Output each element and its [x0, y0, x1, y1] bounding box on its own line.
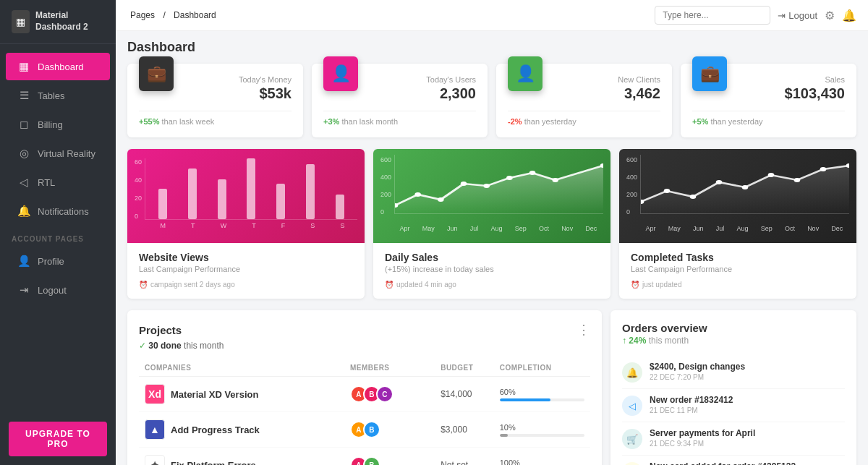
sidebar-item-profile[interactable]: 👤 Profile	[6, 247, 110, 275]
order-dot: 🛒	[622, 429, 642, 449]
order-date: 21 DEC 9:34 PM	[650, 440, 845, 448]
tables-icon: ☰	[17, 89, 30, 102]
orders-subtitle: ↑ 24% this month	[622, 336, 845, 346]
chart-subtitle-daily-sales: (+15%) increase in today sales	[385, 265, 599, 273]
stat-card-clients: 👤 New Clients 3,462 -2% than yesterday	[496, 64, 672, 137]
rtl-icon: ◁	[17, 176, 30, 189]
svg-point-7	[552, 178, 558, 182]
order-dot: 🔔	[622, 362, 642, 383]
stat-icon-sales: 💼	[692, 56, 727, 91]
notifications-icon: 🔔	[17, 205, 30, 218]
chart-card-website-views: 6040200 MTWTFSS	[127, 149, 365, 299]
stat-card-money: 💼 Today's Money $53k +55% than lask week	[127, 64, 303, 137]
col-companies: COMPANIES	[139, 359, 344, 377]
table-row: ✦ Fix Platform Errors ABNot set100%	[139, 448, 590, 466]
sidebar-label-profile: Profile	[38, 256, 64, 267]
stat-footer-text-clients: than yesterday	[524, 117, 576, 126]
chart-card-completed-tasks: 6004002000	[619, 149, 856, 299]
logout-button[interactable]: ⇥ Logout	[778, 10, 817, 21]
col-completion: COMPLETION	[494, 359, 590, 377]
stat-footer-text-sales: than yesterday	[710, 117, 762, 126]
account-section-label: ACCOUNT PAGES	[0, 226, 116, 246]
order-dot: ◁	[622, 396, 642, 416]
stat-footer-text-users: than lask month	[341, 117, 398, 126]
sidebar-label-logout: Logout	[38, 285, 67, 296]
sidebar-item-logout[interactable]: ⇥ Logout	[6, 276, 110, 304]
search-input[interactable]	[655, 6, 770, 25]
page-title: Dashboard	[127, 40, 856, 55]
order-date: 22 DEC 7:20 PM	[650, 373, 845, 381]
svg-point-4	[483, 184, 490, 188]
order-title: New order #1832412	[650, 395, 845, 405]
sidebar-label-notifications: Notifications	[38, 206, 89, 217]
logo-icon: ▦	[12, 10, 30, 33]
logout-icon: ⇥	[778, 10, 786, 21]
chart-card-daily-sales: 6004002000	[373, 149, 610, 299]
stat-change-clients: -2%	[508, 117, 522, 126]
sidebar-item-dashboard[interactable]: ▦ Dashboard	[6, 53, 110, 80]
profile-icon: 👤	[17, 255, 30, 268]
sidebar-item-rtl[interactable]: ◁ RTL	[6, 168, 110, 196]
stats-row: 💼 Today's Money $53k +55% than lask week…	[127, 64, 856, 137]
topbar: Pages / Dashboard ⇥ Logout ⚙ 🔔	[116, 0, 868, 31]
sidebar-label-dashboard: Dashboard	[38, 61, 84, 72]
order-item: 🔔 $2400, Design changes 22 DEC 7:20 PM	[622, 356, 845, 389]
chart-title-daily-sales: Daily Sales	[385, 252, 599, 263]
order-dot: 💳	[622, 462, 642, 465]
orders-title: Orders overview	[622, 322, 845, 334]
stat-change-users: +3%	[323, 117, 339, 126]
projects-subtitle: ✓ 30 done this month	[139, 341, 590, 351]
stat-icon-clients: 👤	[508, 56, 542, 91]
chart-time-website-views: ⏰campaign sent 2 days ago	[139, 281, 353, 289]
svg-point-15	[794, 178, 801, 182]
svg-point-1	[414, 192, 421, 197]
sidebar-label-billing: Billing	[38, 119, 63, 130]
chart-subtitle-website-views: Last Campaign Performance	[139, 265, 353, 273]
dashboard-icon: ▦	[17, 60, 30, 73]
svg-point-12	[716, 180, 723, 184]
logo-text: Material Dashboard 2	[35, 10, 104, 33]
svg-point-14	[768, 173, 775, 177]
svg-point-6	[529, 171, 536, 175]
order-item: 💳 New card added for order #4395133 20 D…	[622, 456, 845, 465]
chart-time-daily-sales: ⏰updated 4 min ago	[385, 281, 599, 289]
sidebar-item-billing[interactable]: ◻ Billing	[6, 111, 110, 138]
chart-title-completed-tasks: Completed Tasks	[631, 252, 845, 263]
vr-icon: ◎	[17, 147, 30, 160]
col-budget: BUDGET	[435, 359, 494, 377]
svg-point-10	[664, 189, 671, 193]
projects-title: Projects	[139, 324, 182, 336]
projects-card: Projects ⋮ ✓ 30 done this month COMPANIE…	[127, 310, 602, 465]
order-date: 21 DEC 11 PM	[650, 406, 845, 414]
table-row: ▲ Add Progress Track AB$3,00010%	[139, 412, 590, 448]
main-content: Pages / Dashboard ⇥ Logout ⚙ 🔔 Dashboard…	[116, 0, 868, 465]
stat-card-users: 👤 Today's Users 2,300 +3% than lask mont…	[312, 64, 488, 137]
stat-icon-users: 👤	[323, 56, 358, 91]
sidebar-item-vr[interactable]: ◎ Virtual Reality	[6, 140, 110, 167]
svg-point-3	[461, 182, 467, 186]
sidebar-item-tables[interactable]: ☰ Tables	[6, 82, 110, 109]
sidebar: ▦ Material Dashboard 2 ▦ Dashboard ☰ Tab…	[0, 0, 116, 465]
sidebar-label-tables: Tables	[38, 90, 65, 101]
logout-nav-icon: ⇥	[17, 283, 30, 297]
sidebar-label-vr: Virtual Reality	[38, 148, 95, 159]
settings-icon[interactable]: ⚙	[825, 9, 835, 22]
billing-icon: ◻	[17, 118, 30, 131]
chart-title-website-views: Website Views	[139, 252, 353, 263]
svg-point-16	[820, 167, 827, 171]
order-title: Server payments for April	[650, 428, 845, 438]
upgrade-button[interactable]: UPGRADE TO PRO	[9, 422, 107, 456]
chart-time-completed-tasks: ⏰just updated	[631, 281, 845, 289]
order-title: New card added for order #4395133	[650, 461, 845, 465]
sidebar-item-notifications[interactable]: 🔔 Notifications	[6, 197, 110, 225]
sidebar-logo: ▦ Material Dashboard 2	[0, 0, 116, 44]
svg-point-2	[438, 197, 444, 202]
order-title: $2400, Design changes	[650, 362, 845, 372]
chart-subtitle-completed-tasks: Last Campaign Performance	[631, 265, 845, 273]
bell-icon[interactable]: 🔔	[842, 9, 856, 22]
order-item: ◁ New order #1832412 21 DEC 11 PM	[622, 389, 845, 422]
projects-kebab-menu[interactable]: ⋮	[577, 322, 590, 338]
orders-card: Orders overview ↑ 24% this month 🔔 $2400…	[610, 310, 856, 465]
stat-card-sales: 💼 Sales $103,430 +5% than yesterday	[681, 64, 856, 137]
svg-point-11	[690, 195, 697, 199]
